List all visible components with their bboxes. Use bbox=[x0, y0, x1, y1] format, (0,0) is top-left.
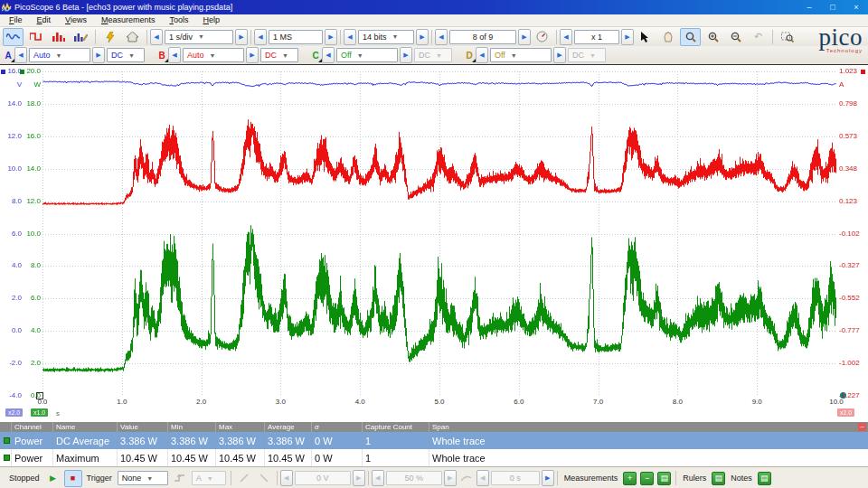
channel-a-range-select[interactable]: Auto ▼ bbox=[29, 48, 90, 62]
spectrum-view-button[interactable] bbox=[48, 28, 69, 46]
axis-tick: 8.0 bbox=[673, 399, 683, 406]
restore-button[interactable]: □ bbox=[821, 0, 844, 14]
cell-max: 3.386 W bbox=[215, 432, 264, 449]
zoom-factor-field[interactable]: x 1 bbox=[574, 30, 619, 44]
rulers-button[interactable]: ▤ bbox=[712, 472, 725, 485]
channel-d-range-down-button[interactable]: ◀ bbox=[476, 47, 488, 63]
start-capture-button[interactable]: ▶ bbox=[44, 470, 62, 487]
channel-c-range-down-button[interactable]: ◀ bbox=[322, 47, 335, 63]
statusbar-separator bbox=[557, 471, 558, 485]
delay-arrow-icon bbox=[461, 474, 472, 483]
channel-a-coupling-select[interactable]: DC ▼ bbox=[107, 48, 145, 62]
pre-trigger-field: 50 % bbox=[386, 471, 442, 485]
magnifier-minus-icon bbox=[731, 32, 741, 42]
axis-tick: 0.798 bbox=[839, 100, 868, 108]
delete-measurement-button[interactable]: − bbox=[640, 472, 654, 485]
measurements-collapse-button[interactable]: – bbox=[858, 423, 866, 431]
buffer-next-button[interactable]: ▶ bbox=[518, 29, 531, 45]
buffer-prev-button[interactable]: ◀ bbox=[435, 29, 448, 45]
timebase-value: 1 s/div bbox=[169, 33, 193, 42]
channel-a-coupling-value: DC bbox=[111, 51, 123, 60]
resolution-prev-button[interactable]: ◀ bbox=[344, 29, 356, 45]
resolution-next-button[interactable]: ▶ bbox=[416, 29, 429, 45]
scope-canvas[interactable] bbox=[42, 71, 836, 396]
samples-field[interactable]: 1 MS bbox=[269, 30, 323, 44]
channel-a-range-up-button[interactable]: ▶ bbox=[92, 47, 105, 63]
buffer-navigator-button[interactable] bbox=[532, 28, 552, 46]
hand-icon bbox=[663, 32, 674, 42]
timebase-prev-button[interactable]: ◀ bbox=[150, 29, 163, 45]
cell-channel: Power bbox=[11, 449, 52, 466]
channel-c-range-value: Off bbox=[341, 51, 352, 60]
axis-tick: 8.0 bbox=[24, 262, 41, 269]
menu-file[interactable]: File bbox=[2, 14, 30, 26]
menu-tools[interactable]: Tools bbox=[162, 14, 195, 26]
edit-measurement-button[interactable]: ▤ bbox=[657, 472, 671, 485]
axis-tick: -2.0 bbox=[2, 360, 22, 367]
channel-c-options-button[interactable]: C bbox=[309, 49, 322, 62]
close-button[interactable]: × bbox=[844, 0, 868, 14]
zoom-in-tool-button[interactable] bbox=[703, 28, 723, 46]
channel-d-options-button[interactable]: D bbox=[463, 49, 476, 62]
channel-b-range-down-button[interactable]: ◀ bbox=[168, 47, 181, 63]
scope-view-button[interactable] bbox=[3, 28, 24, 46]
chevron-down-icon: ▼ bbox=[436, 52, 442, 59]
zoom-tool-button[interactable] bbox=[680, 28, 701, 46]
zoom-in-step-button[interactable]: ▶ bbox=[621, 29, 634, 45]
power-scale-badge[interactable]: x1.0 bbox=[31, 408, 48, 417]
channel-b-scale-badge[interactable]: x2.0 bbox=[837, 408, 854, 417]
menu-edit[interactable]: Edit bbox=[30, 14, 59, 26]
channel-a-options-button[interactable]: A bbox=[2, 49, 14, 62]
notes-button[interactable]: ▤ bbox=[758, 472, 771, 485]
channel-d-range-select[interactable]: Off ▼ bbox=[490, 48, 552, 62]
timebase-select[interactable]: 1 s/div ▼ bbox=[165, 30, 233, 44]
channel-b-range-select[interactable]: Auto ▼ bbox=[183, 48, 244, 62]
persistence-view-button[interactable] bbox=[25, 28, 46, 46]
trigger-mode-select[interactable]: None ▼ bbox=[118, 471, 168, 485]
chevron-down-icon: ▼ bbox=[511, 52, 517, 59]
axis-tick: 3.0 bbox=[276, 399, 286, 406]
axis-tick: 0.123 bbox=[839, 198, 868, 205]
cell-sigma: 0 W bbox=[311, 432, 362, 449]
channel-b-options-button[interactable]: B bbox=[156, 49, 168, 62]
measurement-row-maximum[interactable]: Power Maximum 10.45 W 10.45 W 10.45 W 10… bbox=[0, 449, 868, 466]
probe-icon bbox=[105, 32, 116, 42]
menu-measurements[interactable]: Measurements bbox=[94, 14, 163, 26]
buffer-field[interactable]: 8 of 9 bbox=[449, 30, 516, 44]
header-channel: Channel bbox=[11, 422, 52, 432]
channel-b-coupling-select[interactable]: DC ▼ bbox=[260, 48, 298, 62]
minimize-button[interactable]: – bbox=[797, 0, 821, 14]
trigger-level-down-button: ◀ bbox=[280, 470, 293, 486]
channel-d-range-up-button[interactable]: ▶ bbox=[553, 47, 566, 63]
channel-c-range-select[interactable]: Off ▼ bbox=[336, 48, 398, 62]
undo-zoom-button[interactable]: ↶ bbox=[748, 28, 769, 46]
samples-increase-button[interactable]: ▶ bbox=[325, 29, 337, 45]
menu-views[interactable]: Views bbox=[58, 14, 94, 26]
measurement-row-dc-average[interactable]: Power DC Average 3.386 W 3.386 W 3.386 W… bbox=[0, 432, 868, 449]
probes-button[interactable] bbox=[99, 28, 120, 46]
header-value: Value bbox=[117, 422, 167, 432]
samples-decrease-button[interactable]: ◀ bbox=[254, 29, 267, 45]
add-view-button[interactable] bbox=[71, 28, 91, 46]
zoom-out-tool-button[interactable] bbox=[725, 28, 746, 46]
home-settings-button[interactable] bbox=[122, 28, 143, 46]
axis-tick: -1.002 bbox=[839, 360, 868, 367]
zoom-out-step-button[interactable]: ◀ bbox=[560, 29, 572, 45]
resolution-select[interactable]: 14 bits ▼ bbox=[358, 30, 414, 44]
channel-c-group: C ◀ Off ▼ ▶ DC ▼ bbox=[309, 47, 454, 63]
timebase-next-button[interactable]: ▶ bbox=[235, 29, 248, 45]
delay-up-button[interactable]: ▶ bbox=[542, 470, 554, 486]
pan-tool-button[interactable] bbox=[657, 28, 678, 46]
channel-a-scale-badge[interactable]: x2.0 bbox=[5, 408, 23, 417]
channel-b-range-up-button[interactable]: ▶ bbox=[246, 47, 259, 63]
cell-capture-count: 1 bbox=[362, 449, 429, 466]
cell-value: 10.45 W bbox=[117, 449, 167, 466]
stop-capture-button[interactable]: ■ bbox=[64, 470, 82, 487]
pointer-tool-button[interactable] bbox=[635, 28, 656, 46]
add-measurement-button[interactable]: + bbox=[623, 472, 637, 485]
channel-a-range-down-button[interactable]: ◀ bbox=[14, 47, 27, 63]
menu-help[interactable]: Help bbox=[195, 14, 227, 26]
channel-c-range-up-button[interactable]: ▶ bbox=[400, 47, 412, 63]
rising-edge-icon bbox=[175, 474, 185, 483]
axis-tick: 0.573 bbox=[839, 133, 868, 140]
